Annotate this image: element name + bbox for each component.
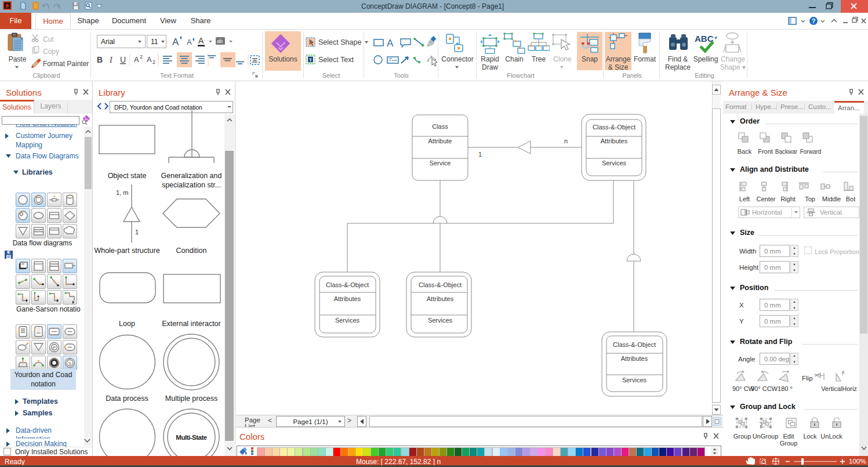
svg-text:Attributes: Attributes bbox=[334, 295, 361, 302]
svg-text:A: A bbox=[187, 38, 192, 46]
svg-text:Condition: Condition bbox=[176, 247, 207, 255]
svg-text:2: 2 bbox=[152, 59, 155, 65]
svg-text:A: A bbox=[198, 36, 204, 45]
svg-text:Whole-part structure: Whole-part structure bbox=[94, 247, 159, 255]
svg-text:1: 1 bbox=[135, 229, 139, 236]
svg-text:S: S bbox=[68, 361, 71, 366]
svg-text:Loop: Loop bbox=[119, 320, 135, 328]
svg-text:specialization str...: specialization str... bbox=[162, 181, 221, 189]
svg-text:Multi-State: Multi-State bbox=[176, 434, 206, 441]
svg-text:Multiple process: Multiple process bbox=[165, 394, 217, 403]
svg-text:n: n bbox=[564, 137, 568, 144]
svg-text:Attributes: Attributes bbox=[601, 137, 628, 144]
svg-text:Service: Service bbox=[430, 160, 451, 166]
svg-text:Services: Services bbox=[335, 317, 360, 324]
svg-text:1: 1 bbox=[478, 151, 482, 158]
svg-text:External interactor: External interactor bbox=[162, 320, 220, 328]
svg-text:P: P bbox=[53, 345, 56, 350]
svg-text:I: I bbox=[109, 56, 113, 64]
svg-text:Data process: Data process bbox=[106, 394, 148, 403]
svg-text:Generalization and: Generalization and bbox=[161, 172, 222, 180]
svg-text:T: T bbox=[309, 57, 312, 63]
svg-text:Class-&-Object: Class-&-Object bbox=[613, 341, 656, 348]
svg-text:A: A bbox=[172, 37, 179, 48]
svg-text:Class-&-Object: Class-&-Object bbox=[326, 281, 369, 288]
svg-text:2: 2 bbox=[140, 54, 143, 60]
svg-text:A: A bbox=[387, 38, 394, 49]
svg-text:Class-&-Object: Class-&-Object bbox=[419, 281, 462, 288]
svg-text:B: B bbox=[97, 55, 103, 64]
svg-text:Attributes: Attributes bbox=[427, 295, 454, 302]
svg-text:Object state: Object state bbox=[108, 172, 147, 180]
svg-text:ABC: ABC bbox=[695, 34, 714, 44]
svg-text:Attributes: Attributes bbox=[621, 355, 648, 362]
svg-text:Services: Services bbox=[428, 317, 453, 324]
svg-text:U: U bbox=[120, 55, 126, 64]
svg-text:Services: Services bbox=[622, 377, 647, 383]
svg-text:ab: ab bbox=[217, 38, 223, 44]
svg-text:Class: Class bbox=[432, 123, 448, 130]
svg-text:A: A bbox=[147, 55, 152, 64]
svg-text:Services: Services bbox=[602, 160, 627, 166]
svg-text:Class-&-Object: Class-&-Object bbox=[593, 124, 635, 131]
svg-text:Attribute: Attribute bbox=[428, 137, 452, 144]
svg-text:?: ? bbox=[812, 17, 816, 24]
svg-text:A: A bbox=[134, 55, 139, 64]
svg-text:1, m: 1, m bbox=[116, 189, 128, 196]
